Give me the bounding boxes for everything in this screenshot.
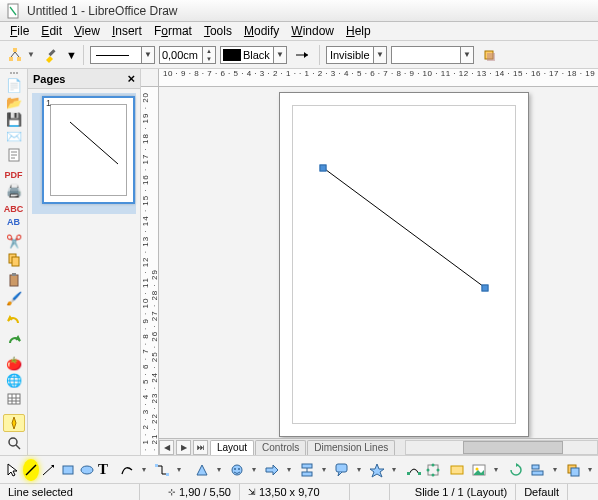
menu-format[interactable]: Format <box>148 23 198 39</box>
chevron-down-icon[interactable]: ▾ <box>249 459 259 481</box>
menu-file[interactable]: File <box>4 23 35 39</box>
status-page-style[interactable]: Default <box>516 484 568 500</box>
redo-button[interactable] <box>3 332 25 350</box>
pages-list[interactable]: 1 <box>28 89 140 455</box>
tab-nav-prev[interactable]: ◀ <box>159 440 174 455</box>
menu-tools[interactable]: Tools <box>198 23 238 39</box>
basic-shapes-tool[interactable] <box>190 459 214 481</box>
select-tool[interactable] <box>4 459 22 481</box>
new-doc-button[interactable]: 📄 <box>3 78 25 93</box>
dropdown-arrow-icon[interactable]: ▼ <box>26 44 36 66</box>
menu-edit[interactable]: Edit <box>35 23 68 39</box>
flowchart-tool[interactable] <box>295 459 319 481</box>
vertical-ruler[interactable]: · 1 · 2 · 3 · 4 · 5 · 6 · 7 · 8 · 9 · 10… <box>141 87 159 455</box>
drawing-workspace[interactable] <box>159 87 598 455</box>
line-width-field[interactable]: 0,00cm ▲▼ <box>159 46 216 64</box>
status-slide[interactable]: Slide 1 / 1 (Layout) <box>407 484 516 500</box>
line-width-value[interactable]: 0,00cm <box>159 46 203 64</box>
tab-nav-last[interactable]: ⏭ <box>193 440 208 455</box>
symbol-shapes-tool[interactable] <box>225 459 249 481</box>
ellipse-tool[interactable] <box>78 459 96 481</box>
scrollbar-thumb[interactable] <box>463 441 563 454</box>
chevron-down-icon[interactable]: ▾ <box>550 459 560 481</box>
line-color-combo[interactable]: Black ▼ <box>220 46 287 64</box>
line-width-spinner[interactable]: ▲▼ <box>203 46 216 64</box>
line-tool[interactable] <box>23 459 39 481</box>
block-arrows-tool[interactable] <box>260 459 284 481</box>
auto-spellcheck-button[interactable]: AB <box>3 217 25 228</box>
connector-tool[interactable] <box>150 459 174 481</box>
line-handle-end[interactable] <box>482 285 489 292</box>
chevron-down-icon[interactable]: ▾ <box>139 459 149 481</box>
chevron-down-icon[interactable]: ▾ <box>491 459 501 481</box>
grip-icon[interactable] <box>5 72 23 74</box>
fontwork-button[interactable] <box>448 459 466 481</box>
close-icon[interactable]: × <box>127 71 135 86</box>
open-doc-button[interactable]: 📂 <box>3 95 25 110</box>
edit-points-button[interactable] <box>4 44 26 66</box>
chevron-down-icon[interactable]: ▼ <box>461 46 474 64</box>
from-file-button[interactable] <box>467 459 491 481</box>
line-ends-tool[interactable] <box>40 459 58 481</box>
chart-button[interactable]: 🍅 <box>3 356 25 371</box>
glue-points-button[interactable] <box>424 459 442 481</box>
print-button[interactable]: 🖨️ <box>3 183 25 198</box>
text-tool[interactable]: T <box>97 459 109 481</box>
page-thumb[interactable]: 1 <box>42 96 135 204</box>
line-handle-start[interactable] <box>320 165 327 172</box>
paste-button[interactable] <box>3 271 25 289</box>
export-pdf-button[interactable]: PDF <box>3 170 25 181</box>
navigator-button[interactable] <box>3 414 25 432</box>
chevron-down-icon[interactable]: ▾ <box>214 459 224 481</box>
save-button[interactable]: 💾 <box>3 112 25 127</box>
table-button[interactable] <box>3 390 25 408</box>
clone-formatting-button[interactable]: 🖌️ <box>3 291 25 306</box>
copy-button[interactable] <box>3 251 25 269</box>
spellcheck-button[interactable]: ABC <box>3 204 25 215</box>
cut-button[interactable]: ✂️ <box>3 234 25 249</box>
callout-tool[interactable] <box>330 459 354 481</box>
page-thumb-selected[interactable]: 1 <box>32 93 136 214</box>
tab-controls[interactable]: Controls <box>255 440 306 455</box>
tab-layout[interactable]: Layout <box>210 440 254 455</box>
chevron-down-icon[interactable]: ▾ <box>319 459 329 481</box>
hyperlink-button[interactable]: 🌐 <box>3 373 25 388</box>
drawing-content[interactable] <box>280 93 528 435</box>
zoom-button[interactable] <box>3 434 25 452</box>
menu-modify[interactable]: Modify <box>238 23 285 39</box>
arrange-button[interactable] <box>561 459 585 481</box>
shadow-toggle-button[interactable] <box>478 44 500 66</box>
menu-insert[interactable]: Insert <box>106 23 148 39</box>
email-button[interactable]: ✉️ <box>3 129 25 144</box>
chevron-down-icon[interactable]: ▾ <box>389 459 399 481</box>
tab-dimension-lines[interactable]: Dimension Lines <box>307 440 395 455</box>
undo-button[interactable] <box>3 312 25 330</box>
chevron-down-icon[interactable]: ▾ <box>354 459 364 481</box>
chevron-down-icon[interactable]: ▾ <box>284 459 294 481</box>
menu-window[interactable]: Window <box>285 23 340 39</box>
dropdown-arrow-icon[interactable]: ▼ <box>66 49 77 61</box>
horizontal-scrollbar[interactable] <box>405 440 598 455</box>
menu-view[interactable]: View <box>68 23 106 39</box>
chevron-down-icon[interactable]: ▼ <box>374 46 387 64</box>
rotate-button[interactable] <box>507 459 525 481</box>
align-button[interactable] <box>526 459 550 481</box>
menu-help[interactable]: Help <box>340 23 377 39</box>
line-style-combo[interactable]: ▼ <box>90 46 155 64</box>
chevron-down-icon[interactable]: ▼ <box>274 46 287 64</box>
tab-nav-next[interactable]: ▶ <box>176 440 191 455</box>
rectangle-tool[interactable] <box>59 459 77 481</box>
arrow-style-button[interactable] <box>291 44 313 66</box>
curve-tool[interactable] <box>115 459 139 481</box>
chevron-down-icon[interactable]: ▾ <box>174 459 184 481</box>
drawing-page[interactable] <box>279 92 529 437</box>
area-fill-combo[interactable]: ▼ <box>391 46 474 64</box>
edit-file-button[interactable] <box>3 146 25 164</box>
highlight-button[interactable] <box>40 44 62 66</box>
stars-tool[interactable] <box>365 459 389 481</box>
horizontal-ruler[interactable]: 10 · 9 · 8 · 7 · 6 · 5 · 4 · 3 · 2 · 1 ·… <box>159 69 598 87</box>
chevron-down-icon[interactable]: ▾ <box>585 459 595 481</box>
chevron-down-icon[interactable]: ▼ <box>142 46 155 64</box>
area-style-combo[interactable]: Invisible ▼ <box>326 46 387 64</box>
edit-points-button-2[interactable] <box>405 459 423 481</box>
